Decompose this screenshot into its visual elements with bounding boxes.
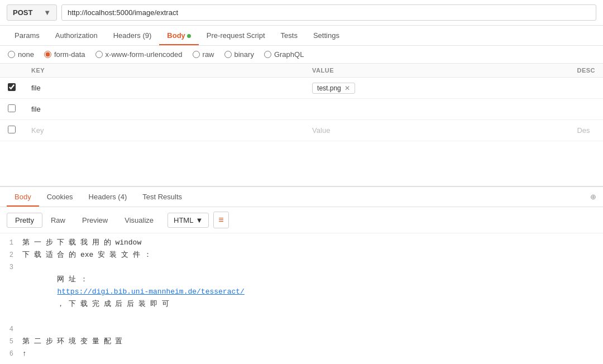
response-tab-body[interactable]: Body [7, 187, 39, 207]
radio-binary[interactable]: binary [224, 50, 254, 59]
list-item: 6 ↑ [0, 348, 603, 360]
response-tab-nav: Body Cookies Headers (4) Test Results ⊕ [0, 187, 603, 207]
list-item: 5 第 二 步 环 境 变 量 配 置 [0, 336, 603, 348]
table-row: file test.png ✕ [0, 78, 603, 99]
format-chevron-icon: ▼ [195, 216, 203, 224]
tab-tests[interactable]: Tests [273, 26, 305, 45]
th-checkbox [0, 64, 23, 78]
res-tab-pretty[interactable]: Pretty [7, 213, 42, 228]
response-toolbar: Pretty Raw Preview Visualize HTML ▼ ≡ [0, 207, 603, 233]
tab-params[interactable]: Params [7, 26, 47, 45]
request-tab-nav: Params Authorization Headers (9) Body Pr… [0, 26, 603, 46]
th-key: KEY [23, 64, 304, 78]
row3-desc[interactable]: Des [569, 120, 603, 141]
row2-key: file [23, 99, 304, 120]
radio-graphql[interactable]: GraphQL [264, 50, 304, 59]
response-section: Body Cookies Headers (4) Test Results ⊕ … [0, 186, 603, 364]
row2-checkbox[interactable] [8, 104, 16, 112]
wrap-button[interactable]: ≡ [213, 212, 228, 228]
empty-space [0, 141, 603, 186]
url-bar: POST ▼ [0, 0, 603, 26]
response-tab-headers[interactable]: Headers (4) [81, 187, 135, 207]
method-chevron-icon: ▼ [44, 8, 51, 17]
body-active-dot [187, 34, 191, 38]
row1-desc [569, 78, 603, 99]
row1-key: file [23, 78, 304, 99]
method-select[interactable]: POST ▼ [7, 4, 57, 21]
radio-none[interactable]: none [8, 50, 34, 59]
res-tab-visualize[interactable]: Visualize [116, 213, 162, 228]
response-body: 1 第 一 步 下 载 我 用 的 window 2 下 载 适 合 的 exe… [0, 233, 603, 363]
row2-checkbox-cell [0, 99, 23, 120]
list-item: 4 [0, 323, 603, 336]
th-desc: DESC [569, 64, 603, 78]
method-label: POST [13, 8, 32, 17]
tesseract-link[interactable]: https://digi.bib.uni-mannheim.de/tessera… [57, 288, 244, 296]
row3-checkbox[interactable] [8, 126, 16, 133]
tab-settings[interactable]: Settings [305, 26, 347, 45]
res-tab-preview[interactable]: Preview [74, 213, 116, 228]
tab-body[interactable]: Body [159, 26, 199, 45]
radio-raw[interactable]: raw [193, 50, 214, 59]
row2-value [304, 99, 569, 120]
body-type-row: none form-data x-www-form-urlencoded raw… [0, 46, 603, 64]
form-data-table: KEY VALUE DESC file test.png ✕ [0, 64, 603, 141]
row3-checkbox-cell [0, 120, 23, 141]
list-item: 3 网 址 ： https://digi.bib.uni-mannheim.de… [0, 261, 603, 323]
list-item: 1 第 一 步 下 载 我 用 的 window [0, 237, 603, 249]
list-item: 2 下 载 适 合 的 exe 安 装 文 件 ： [0, 249, 603, 261]
radio-formdata[interactable]: form-data [44, 50, 85, 59]
url-input[interactable] [61, 4, 596, 21]
row1-checkbox-cell [0, 78, 23, 99]
row3-value[interactable]: Value [304, 120, 569, 141]
row2-desc [569, 99, 603, 120]
row3-key[interactable]: Key [23, 120, 304, 141]
table-row: Key Value Des [0, 120, 603, 141]
file-badge: test.png ✕ [312, 83, 355, 94]
response-tab-testresults[interactable]: Test Results [135, 187, 190, 207]
remove-file-icon[interactable]: ✕ [344, 84, 350, 92]
globe-icon[interactable]: ⊕ [590, 193, 596, 201]
tab-prerequest[interactable]: Pre-request Script [199, 26, 273, 45]
radio-urlencoded[interactable]: x-www-form-urlencoded [95, 50, 183, 59]
tab-authorization[interactable]: Authorization [47, 26, 106, 45]
format-select[interactable]: HTML ▼ [168, 213, 209, 228]
table-row: file [0, 99, 603, 120]
tab-headers[interactable]: Headers (9) [106, 26, 160, 45]
row1-value: test.png ✕ [304, 78, 569, 99]
th-value: VALUE [304, 64, 569, 78]
row1-checkbox[interactable] [8, 83, 16, 91]
res-tab-raw[interactable]: Raw [42, 213, 74, 228]
response-tab-cookies[interactable]: Cookies [39, 187, 81, 207]
